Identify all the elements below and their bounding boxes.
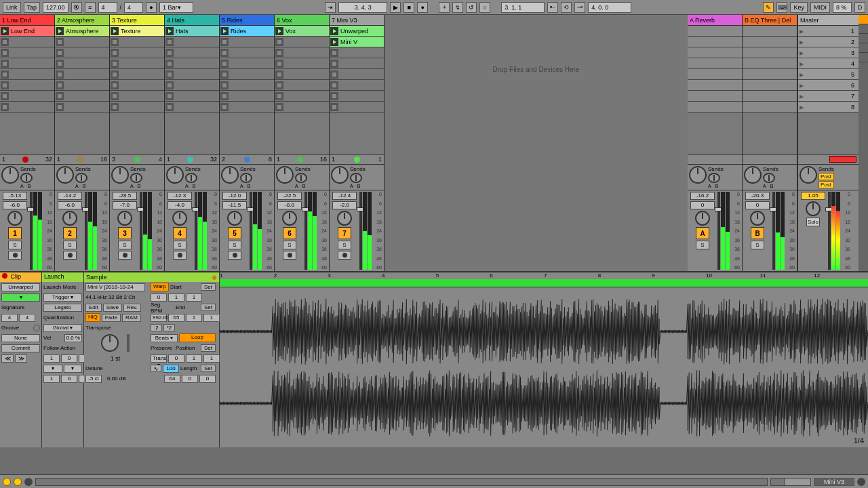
clip-slot[interactable]: Rides	[220, 26, 274, 37]
clip-stop-icon[interactable]	[220, 81, 229, 89]
record-arm-button[interactable]	[8, 251, 22, 260]
empty-clip-slot[interactable]	[165, 69, 219, 80]
send-b-knob[interactable]	[295, 173, 307, 183]
commit-button[interactable]: Commit	[1, 344, 40, 352]
clip-play-icon[interactable]	[220, 27, 229, 35]
play-button[interactable]: ▶	[390, 2, 401, 13]
clip-name-field[interactable]: Unwarped	[1, 283, 40, 291]
track-activator[interactable]: 3	[118, 227, 132, 239]
sample-file[interactable]: Mini V [2018-10-24	[85, 283, 145, 291]
clip-stop-icon[interactable]	[330, 60, 338, 68]
track-activator[interactable]: B	[751, 227, 764, 239]
clip-stop-icon[interactable]	[1, 81, 9, 89]
clip-stop-icon[interactable]	[1, 103, 9, 111]
timesig-den[interactable]: 4	[124, 2, 143, 13]
empty-clip-slot[interactable]	[110, 80, 164, 91]
tempo-field[interactable]: 127.00	[43, 2, 68, 13]
empty-clip-slot[interactable]	[330, 102, 384, 113]
loop-button[interactable]: Loop	[179, 333, 216, 342]
fa-time-b[interactable]: 0	[61, 354, 77, 363]
empty-clip-slot[interactable]	[55, 91, 109, 102]
show-hide-browser-icon[interactable]	[3, 478, 11, 486]
empty-clip-slot[interactable]	[220, 58, 274, 69]
pan-knob[interactable]	[227, 211, 242, 226]
scene-play-icon[interactable]	[800, 39, 806, 45]
solo-button[interactable]: S	[338, 241, 351, 249]
sample-hotswap-icon[interactable]: ◉	[212, 274, 217, 281]
send-b-knob[interactable]	[130, 173, 142, 183]
computer-midi-icon[interactable]: ⌨	[776, 2, 787, 13]
empty-clip-slot[interactable]	[165, 58, 219, 69]
record-arm-button[interactable]	[63, 251, 77, 260]
scene-slot[interactable]: 5	[798, 69, 859, 80]
clip-play-icon[interactable]	[275, 27, 283, 35]
punch-out-icon[interactable]: ⭲	[574, 2, 585, 13]
track-status[interactable]	[798, 154, 859, 164]
volume-fader[interactable]	[359, 192, 362, 270]
tap-button[interactable]: Tap	[24, 2, 41, 13]
empty-clip-slot[interactable]	[110, 37, 164, 47]
clip-stop-icon[interactable]	[111, 103, 119, 111]
scene-slot[interactable]: 4	[798, 58, 859, 69]
empty-clip-slot[interactable]	[165, 47, 219, 58]
volume-fader[interactable]	[140, 192, 142, 270]
empty-clip-slot[interactable]	[275, 37, 329, 47]
send-b-knob[interactable]	[708, 173, 720, 183]
record-arm-button[interactable]	[283, 251, 296, 260]
start-b[interactable]: 1	[168, 293, 184, 302]
send-value[interactable]: -11.5	[222, 201, 247, 209]
volume-value[interactable]: -14.2	[58, 192, 82, 200]
clip-stop-icon[interactable]	[1, 60, 9, 68]
empty-clip-slot[interactable]	[110, 58, 164, 69]
clip-sig-den[interactable]: 4	[19, 314, 35, 322]
len-a[interactable]: 64	[164, 375, 180, 383]
clip-stop-icon[interactable]	[330, 103, 338, 111]
track-status[interactable]: 28	[220, 154, 274, 164]
punch-in-icon[interactable]: ⭰	[547, 2, 558, 13]
clip-stop-icon[interactable]	[275, 70, 283, 79]
clip-stop-icon[interactable]	[220, 103, 229, 111]
end-c[interactable]: 1	[203, 314, 220, 322]
track-header[interactable]: 6 Vox	[275, 15, 329, 26]
send-value[interactable]: -2.0	[332, 201, 357, 209]
clip-stop-icon[interactable]	[165, 92, 174, 100]
solo-button[interactable]: S	[8, 241, 22, 249]
edit-button[interactable]: Edit	[85, 304, 102, 312]
send-a-knob[interactable]	[111, 166, 129, 184]
sends-section-toggle[interactable]	[859, 24, 868, 34]
device-chain-clip[interactable]: Mini V3	[814, 478, 854, 486]
volume-value[interactable]: -16.2	[690, 192, 715, 200]
record-arm-button[interactable]	[338, 251, 351, 260]
envelope-icon[interactable]: ∿	[151, 365, 161, 372]
scene-slot[interactable]: 1	[798, 26, 859, 37]
empty-clip-slot[interactable]	[55, 80, 109, 91]
stop-button[interactable]: ■	[403, 2, 414, 13]
empty-clip-slot[interactable]	[220, 37, 274, 47]
send-a-knob[interactable]	[166, 166, 184, 184]
loop-toggle-icon[interactable]: ⟲	[561, 2, 572, 13]
send-a-knob[interactable]	[276, 166, 294, 184]
track-activator[interactable]: A	[696, 227, 709, 239]
send-b-knob[interactable]	[763, 173, 775, 183]
volume-value[interactable]: -5.13	[3, 192, 27, 200]
fade-button[interactable]: Fade	[102, 314, 121, 322]
seg-bpm[interactable]: 992.00	[151, 314, 167, 322]
send-value[interactable]: -8.0	[277, 201, 302, 209]
clip-stop-icon[interactable]	[111, 60, 119, 68]
clip-play-icon[interactable]	[1, 27, 9, 35]
empty-clip-slot[interactable]	[330, 80, 384, 91]
scene-slot[interactable]: 2	[798, 37, 859, 47]
track-status[interactable]: 11	[330, 154, 384, 164]
double-bpm-button[interactable]: *2	[163, 324, 176, 331]
clip-play-icon[interactable]	[111, 27, 119, 35]
clip-stop-icon[interactable]	[275, 81, 283, 89]
clip-play-icon[interactable]	[330, 27, 338, 35]
pan-knob[interactable]	[282, 211, 297, 226]
clip-stop-icon[interactable]	[56, 70, 64, 79]
send-b-knob[interactable]	[20, 173, 33, 183]
send-a-knob[interactable]	[1, 166, 19, 184]
scene-play-icon[interactable]	[800, 28, 806, 35]
pan-knob[interactable]	[337, 211, 352, 226]
send-value[interactable]: -4.0	[167, 201, 192, 209]
track-status[interactable]	[743, 154, 797, 164]
